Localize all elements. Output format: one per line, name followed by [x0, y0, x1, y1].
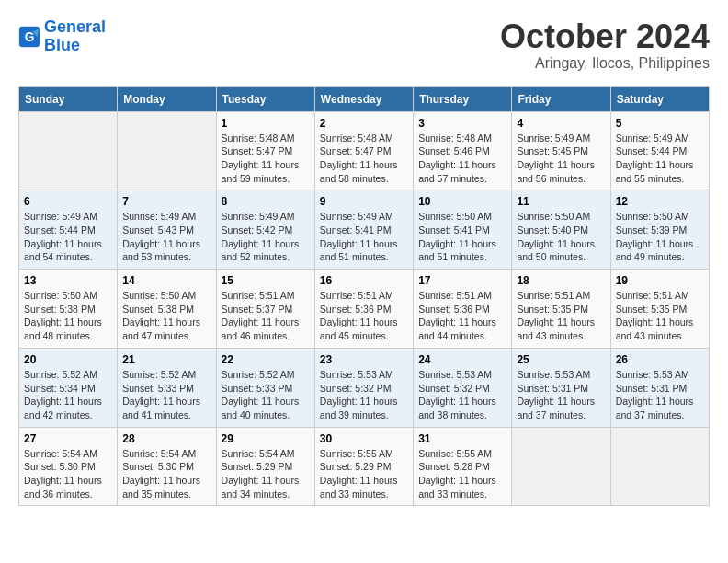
table-cell: 30Sunrise: 5:55 AMSunset: 5:29 PMDayligh…: [314, 427, 413, 506]
day-number: 9: [320, 195, 408, 208]
day-number: 13: [24, 274, 112, 287]
table-cell: 16Sunrise: 5:51 AMSunset: 5:36 PMDayligh…: [314, 270, 413, 349]
day-info: Sunrise: 5:49 AMSunset: 5:43 PMDaylight:…: [122, 210, 210, 264]
day-number: 20: [24, 353, 112, 366]
week-row-1: 1Sunrise: 5:48 AMSunset: 5:47 PMDaylight…: [19, 111, 710, 190]
day-info: Sunrise: 5:48 AMSunset: 5:46 PMDaylight:…: [418, 132, 506, 186]
day-info: Sunrise: 5:49 AMSunset: 5:44 PMDaylight:…: [24, 210, 112, 264]
day-info: Sunrise: 5:53 AMSunset: 5:31 PMDaylight:…: [616, 368, 704, 422]
day-number: 30: [320, 432, 408, 445]
col-friday: Friday: [512, 86, 610, 111]
table-cell: 7Sunrise: 5:49 AMSunset: 5:43 PMDaylight…: [118, 190, 216, 270]
day-number: 22: [222, 353, 310, 366]
week-row-3: 13Sunrise: 5:50 AMSunset: 5:38 PMDayligh…: [19, 270, 710, 349]
day-info: Sunrise: 5:50 AMSunset: 5:41 PMDaylight:…: [418, 210, 506, 264]
table-cell: 25Sunrise: 5:53 AMSunset: 5:31 PMDayligh…: [512, 348, 610, 427]
day-info: Sunrise: 5:48 AMSunset: 5:47 PMDaylight:…: [320, 132, 408, 186]
day-number: 4: [517, 117, 605, 130]
day-number: 26: [616, 353, 704, 366]
day-info: Sunrise: 5:54 AMSunset: 5:29 PMDaylight:…: [222, 447, 310, 501]
day-number: 28: [122, 432, 210, 445]
day-number: 3: [418, 117, 506, 130]
table-cell: 1Sunrise: 5:48 AMSunset: 5:47 PMDaylight…: [216, 111, 314, 190]
day-number: 8: [222, 195, 310, 208]
day-info: Sunrise: 5:54 AMSunset: 5:30 PMDaylight:…: [24, 447, 112, 501]
table-cell: 19Sunrise: 5:51 AMSunset: 5:35 PMDayligh…: [610, 270, 709, 349]
day-info: Sunrise: 5:50 AMSunset: 5:38 PMDaylight:…: [24, 289, 112, 343]
table-cell: 6Sunrise: 5:49 AMSunset: 5:44 PMDaylight…: [19, 190, 118, 270]
table-cell: 28Sunrise: 5:54 AMSunset: 5:30 PMDayligh…: [118, 427, 216, 506]
day-number: 1: [222, 117, 310, 130]
day-number: 10: [418, 195, 506, 208]
day-info: Sunrise: 5:53 AMSunset: 5:32 PMDaylight:…: [418, 368, 506, 422]
table-cell: 13Sunrise: 5:50 AMSunset: 5:38 PMDayligh…: [19, 270, 118, 349]
day-info: Sunrise: 5:53 AMSunset: 5:31 PMDaylight:…: [517, 368, 605, 422]
table-cell: 15Sunrise: 5:51 AMSunset: 5:37 PMDayligh…: [216, 270, 314, 349]
title-block: October 2024 Aringay, Ilocos, Philippine…: [500, 18, 710, 72]
day-number: 25: [517, 353, 605, 366]
day-number: 18: [517, 274, 605, 287]
table-cell: [610, 427, 709, 506]
table-cell: 22Sunrise: 5:52 AMSunset: 5:33 PMDayligh…: [216, 348, 314, 427]
table-cell: 24Sunrise: 5:53 AMSunset: 5:32 PMDayligh…: [414, 348, 512, 427]
day-info: Sunrise: 5:49 AMSunset: 5:45 PMDaylight:…: [517, 132, 605, 186]
day-info: Sunrise: 5:49 AMSunset: 5:44 PMDaylight:…: [616, 132, 704, 186]
day-number: 2: [320, 117, 408, 130]
day-info: Sunrise: 5:48 AMSunset: 5:47 PMDaylight:…: [222, 132, 310, 186]
col-monday: Monday: [118, 86, 216, 111]
logo-general: General: [44, 17, 106, 36]
table-cell: 4Sunrise: 5:49 AMSunset: 5:45 PMDaylight…: [512, 111, 610, 190]
logo: G General Blue: [18, 18, 106, 55]
day-info: Sunrise: 5:52 AMSunset: 5:33 PMDaylight:…: [222, 368, 310, 422]
day-number: 6: [24, 195, 112, 208]
table-cell: [19, 111, 118, 190]
day-number: 11: [517, 195, 605, 208]
week-row-2: 6Sunrise: 5:49 AMSunset: 5:44 PMDaylight…: [19, 190, 710, 270]
day-info: Sunrise: 5:52 AMSunset: 5:33 PMDaylight:…: [122, 368, 210, 422]
header-row: Sunday Monday Tuesday Wednesday Thursday…: [19, 86, 710, 111]
table-cell: 5Sunrise: 5:49 AMSunset: 5:44 PMDaylight…: [610, 111, 709, 190]
day-info: Sunrise: 5:51 AMSunset: 5:37 PMDaylight:…: [222, 289, 310, 343]
table-cell: 23Sunrise: 5:53 AMSunset: 5:32 PMDayligh…: [314, 348, 413, 427]
day-number: 16: [320, 274, 408, 287]
table-cell: 29Sunrise: 5:54 AMSunset: 5:29 PMDayligh…: [216, 427, 314, 506]
day-info: Sunrise: 5:49 AMSunset: 5:41 PMDaylight:…: [320, 210, 408, 264]
day-number: 21: [122, 353, 210, 366]
calendar-table: Sunday Monday Tuesday Wednesday Thursday…: [18, 86, 710, 507]
day-number: 12: [616, 195, 704, 208]
day-number: 17: [418, 274, 506, 287]
day-number: 7: [122, 195, 210, 208]
table-cell: 14Sunrise: 5:50 AMSunset: 5:38 PMDayligh…: [118, 270, 216, 349]
logo-icon: G: [18, 26, 40, 48]
table-cell: 31Sunrise: 5:55 AMSunset: 5:28 PMDayligh…: [414, 427, 512, 506]
logo-text: General Blue: [44, 18, 106, 55]
day-number: 23: [320, 353, 408, 366]
table-cell: [118, 111, 216, 190]
day-info: Sunrise: 5:50 AMSunset: 5:38 PMDaylight:…: [122, 289, 210, 343]
calendar-header: Sunday Monday Tuesday Wednesday Thursday…: [19, 86, 710, 111]
day-number: 31: [418, 432, 506, 445]
day-number: 29: [222, 432, 310, 445]
day-info: Sunrise: 5:53 AMSunset: 5:32 PMDaylight:…: [320, 368, 408, 422]
month-title: October 2024: [500, 18, 710, 55]
table-cell: 11Sunrise: 5:50 AMSunset: 5:40 PMDayligh…: [512, 190, 610, 270]
page-header: G General Blue October 2024 Aringay, Ilo…: [18, 18, 710, 72]
table-cell: 18Sunrise: 5:51 AMSunset: 5:35 PMDayligh…: [512, 270, 610, 349]
table-cell: [512, 427, 610, 506]
week-row-4: 20Sunrise: 5:52 AMSunset: 5:34 PMDayligh…: [19, 348, 710, 427]
day-info: Sunrise: 5:51 AMSunset: 5:36 PMDaylight:…: [418, 289, 506, 343]
day-info: Sunrise: 5:51 AMSunset: 5:36 PMDaylight:…: [320, 289, 408, 343]
day-info: Sunrise: 5:50 AMSunset: 5:39 PMDaylight:…: [616, 210, 704, 264]
day-info: Sunrise: 5:49 AMSunset: 5:42 PMDaylight:…: [222, 210, 310, 264]
col-thursday: Thursday: [414, 86, 512, 111]
table-cell: 3Sunrise: 5:48 AMSunset: 5:46 PMDaylight…: [414, 111, 512, 190]
day-info: Sunrise: 5:55 AMSunset: 5:28 PMDaylight:…: [418, 447, 506, 501]
table-cell: 12Sunrise: 5:50 AMSunset: 5:39 PMDayligh…: [610, 190, 709, 270]
table-cell: 10Sunrise: 5:50 AMSunset: 5:41 PMDayligh…: [414, 190, 512, 270]
day-info: Sunrise: 5:52 AMSunset: 5:34 PMDaylight:…: [24, 368, 112, 422]
day-info: Sunrise: 5:51 AMSunset: 5:35 PMDaylight:…: [616, 289, 704, 343]
table-cell: 9Sunrise: 5:49 AMSunset: 5:41 PMDaylight…: [314, 190, 413, 270]
table-cell: 27Sunrise: 5:54 AMSunset: 5:30 PMDayligh…: [19, 427, 118, 506]
table-cell: 2Sunrise: 5:48 AMSunset: 5:47 PMDaylight…: [314, 111, 413, 190]
day-number: 24: [418, 353, 506, 366]
